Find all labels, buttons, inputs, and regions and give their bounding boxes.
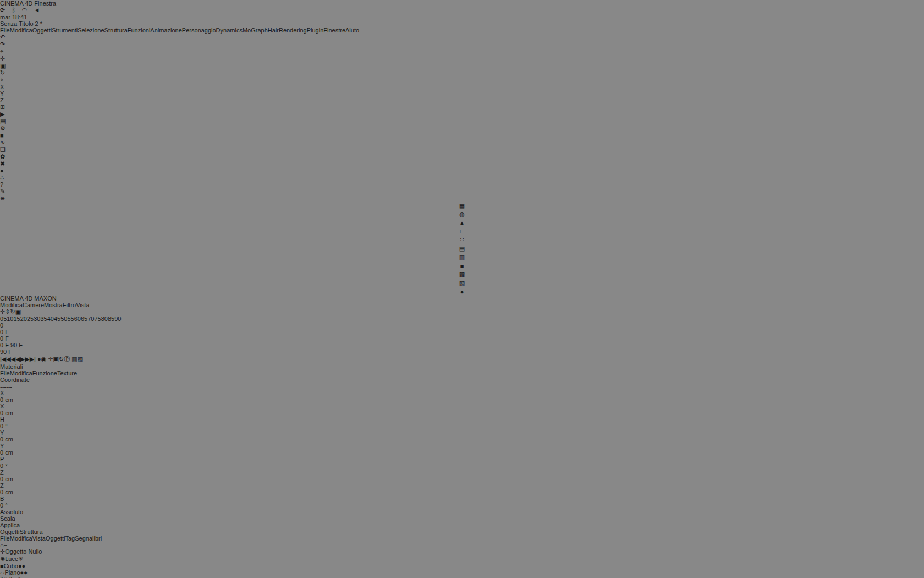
menu-item-plugin[interactable]: Plugin (307, 27, 324, 34)
menu-item-segnalibri[interactable]: Segnalibri (75, 535, 102, 542)
scale-tool-button[interactable]: ▣ (0, 62, 924, 69)
add-generator-button[interactable]: ❑ (0, 146, 924, 153)
record-keyframe-button[interactable]: ● (37, 356, 41, 362)
frame-icon[interactable]: ⌂ (0, 542, 4, 548)
texture-mode-button[interactable]: ▩ (459, 271, 465, 278)
xpresso-editor-button[interactable]: ✎ (0, 188, 924, 195)
menu-item-rendering[interactable]: Rendering (279, 27, 307, 34)
menu-item-selezione[interactable]: Selezione (78, 27, 104, 34)
menu-item-animazione[interactable]: Animazione (150, 27, 182, 34)
key-position-toggle[interactable]: ✛ (48, 356, 53, 362)
menu-item-personaggio[interactable]: Personaggio (182, 27, 216, 34)
render-view-button[interactable]: ▶ (0, 111, 924, 118)
coordinate-field-1-l3[interactable]: 0 ° (0, 462, 924, 469)
window-titlebar[interactable]: Senza Titolo 2 * (0, 20, 924, 27)
coordinate-field-2-l1[interactable]: 0 cm (0, 476, 924, 482)
layer-browser-toggle[interactable]: ▨ (78, 356, 83, 362)
menu-item-vista[interactable]: Vista (76, 302, 89, 308)
menu-item-hair[interactable]: Hair (268, 27, 279, 34)
coordinate-field-1-l1[interactable]: 0 cm (0, 436, 924, 443)
coordinate-space-dropdown[interactable]: Scala (0, 515, 924, 522)
sync-icon[interactable]: ⟳ (0, 7, 5, 14)
viewport-maximize-icon[interactable]: ▣ (15, 308, 21, 315)
coordinates-panel-header[interactable]: Coordinate (0, 377, 924, 383)
collapse-icon[interactable]: − (4, 542, 7, 548)
goto-start-button[interactable]: |◀ (0, 356, 6, 362)
coordinate-field-0-l3[interactable]: 0 ° (0, 423, 924, 429)
apply-button[interactable]: Applica (0, 522, 924, 528)
object-axis-mode-button[interactable]: ▲ (459, 220, 465, 226)
render-settings-button[interactable]: ⚙ (0, 125, 924, 132)
add-primitive-button[interactable]: ■ (0, 132, 924, 139)
menu-item-aiuto[interactable]: Aiuto (345, 27, 359, 34)
macos-menu-finestra[interactable]: Finestra (34, 0, 56, 7)
move-tool-button[interactable]: ✛ (0, 55, 924, 62)
menu-item-file[interactable]: File (0, 27, 10, 34)
phong-tag-icon[interactable]: ●● (18, 563, 25, 569)
live-selection-tool-button[interactable]: ⌖ (0, 48, 924, 55)
add-modeling-button[interactable]: ✿ (0, 153, 924, 160)
menu-item-texture[interactable]: Texture (57, 370, 77, 377)
menu-item-finestre[interactable]: Finestre (323, 27, 345, 34)
star-tag-icon[interactable]: ✳ (18, 555, 23, 562)
add-deformer-button[interactable]: ✖ (0, 160, 924, 167)
help-tool-button[interactable]: ? (0, 181, 924, 188)
menu-item-tag[interactable]: Tag (65, 535, 75, 542)
key-parameter-toggle[interactable]: Ⓟ (64, 356, 70, 362)
object-row-luce[interactable]: ✺Luce✳ (0, 555, 924, 563)
menu-item-oggetti[interactable]: Oggetti (32, 27, 52, 34)
object-list[interactable]: ✛Oggetto Nullo✺Luce✳■Cubo●●▱Piano●● (0, 548, 924, 576)
menu-item-modifica[interactable]: Modifica (10, 535, 32, 542)
menu-item-dynamics[interactable]: Dynamics (216, 27, 243, 34)
coordinate-field-2-l3[interactable]: 0 ° (0, 502, 924, 509)
texture-axis-mode-button[interactable]: ▧ (459, 280, 465, 287)
points-mode-button[interactable]: ∷ (460, 236, 464, 243)
key-rotation-toggle[interactable]: ↻ (59, 356, 64, 362)
autokey-button[interactable]: ◉ (41, 356, 47, 362)
key-scale-toggle[interactable]: ▣ (53, 356, 59, 362)
prev-key-button[interactable]: ◀◀ (6, 356, 15, 362)
object-row-cubo[interactable]: ■Cubo●● (0, 563, 924, 569)
menu-item-vista[interactable]: Vista (32, 535, 46, 542)
redo-button[interactable]: ↷ (0, 41, 924, 48)
undo-button[interactable]: ↶ (0, 34, 924, 41)
add-environment-button[interactable]: ● (0, 167, 924, 174)
phong-tag-icon[interactable]: ●● (20, 569, 28, 576)
coordinate-system-button[interactable]: ⊞ (0, 103, 924, 111)
viewport-pan-icon[interactable]: ✛ (0, 308, 5, 315)
object-row-piano[interactable]: ▱Piano●● (0, 569, 924, 576)
menu-item-mograph[interactable]: MoGraph (243, 27, 268, 34)
minimal-interface-toggle[interactable]: ▦ (72, 356, 77, 362)
bluetooth-icon[interactable]: ᛒ (12, 7, 15, 14)
object-row-oggetto-nullo[interactable]: ✛Oggetto Nullo (0, 548, 924, 555)
macos-app-menu[interactable]: CINEMA 4D (0, 0, 32, 7)
timeline-playhead[interactable]: 0 (0, 322, 924, 329)
goto-end-button[interactable]: ▶| (30, 356, 36, 362)
menu-item-funzioni[interactable]: Funzioni (128, 27, 151, 34)
rotate-tool-button[interactable]: ↻ (0, 69, 924, 77)
menu-item-oggetti[interactable]: Oggetti (46, 535, 65, 542)
current-frame-field[interactable]: 0 F (0, 329, 924, 335)
render-picture-viewer-button[interactable]: ▤ (0, 118, 924, 125)
workplane-mode-button[interactable]: ∟ (459, 228, 465, 235)
menu-item-camere[interactable]: Camere (23, 302, 44, 308)
next-frame-button[interactable]: ▶ (25, 356, 29, 362)
coordinate-mode-dropdown[interactable]: Assoluto (0, 509, 924, 515)
materials-panel-header[interactable]: Materiali (0, 363, 924, 370)
coordinate-field-0-l1[interactable]: 0 cm (0, 396, 924, 403)
preview-range-slider[interactable]: 0 F 90 F (0, 342, 924, 348)
menu-item-mostra[interactable]: Mostra (44, 302, 63, 308)
online-updater-button[interactable]: ⊕ (0, 195, 924, 202)
menu-item-modifica[interactable]: Modifica (10, 27, 32, 34)
tab-struttura[interactable]: Struttura (19, 528, 42, 535)
model-mode-button[interactable]: ◍ (459, 211, 465, 218)
animation-mode-button[interactable]: ● (460, 288, 464, 295)
tab-oggetti[interactable]: Oggetti (0, 528, 19, 535)
make-editable-button[interactable]: ▦ (459, 202, 465, 209)
menu-item-struttura[interactable]: Struttura (105, 27, 128, 34)
object-mode-button[interactable]: ■ (460, 263, 464, 269)
menu-item-modifica[interactable]: Modifica (0, 302, 23, 308)
viewport-rotate-icon[interactable]: ↻ (10, 308, 15, 315)
menu-item-modifica[interactable]: Modifica (10, 370, 32, 377)
start-frame-field[interactable]: 0 F (0, 335, 924, 342)
